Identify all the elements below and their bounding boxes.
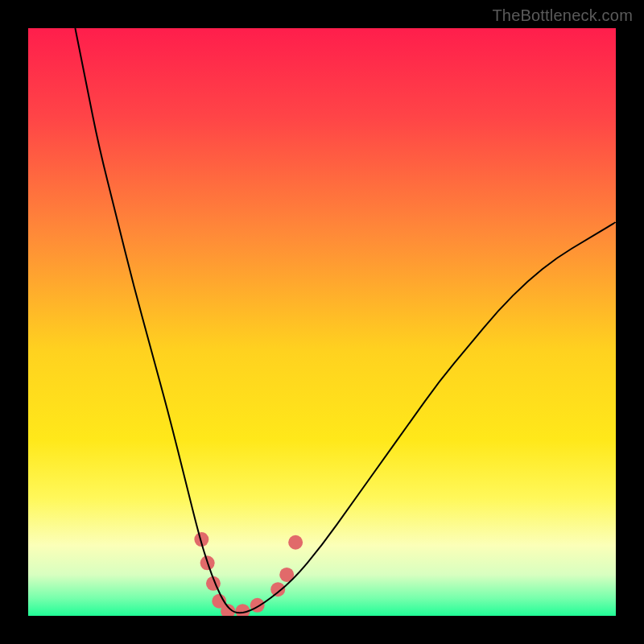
highlight-dots-group	[194, 532, 303, 616]
watermark-label: TheBottleneck.com	[492, 6, 633, 25]
chart-frame: TheBottleneck.com	[0, 0, 644, 644]
highlight-dot	[235, 604, 250, 616]
highlight-dot	[270, 582, 285, 597]
chart-svg	[28, 28, 616, 616]
highlight-dot	[288, 535, 303, 550]
bottleneck-curve	[75, 28, 616, 613]
plot-area	[28, 28, 616, 616]
